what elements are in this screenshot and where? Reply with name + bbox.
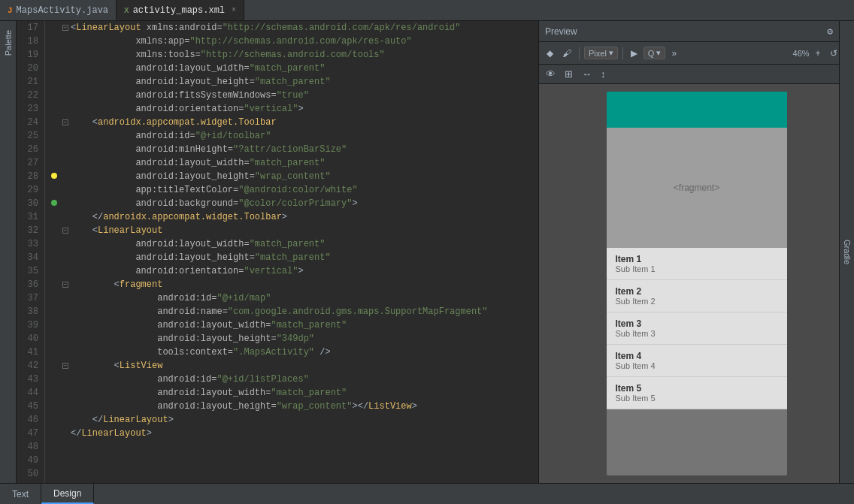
settings-icon[interactable]: ⚙: [825, 25, 834, 38]
code-line: android:orientation="vertical">: [51, 102, 538, 116]
indent: [71, 170, 135, 183]
list-item-sub: Sub Item 3: [616, 329, 778, 338]
list-item-title: Item 4: [616, 351, 778, 361]
pixel-chevron: ▾: [609, 48, 613, 58]
line-number: 38: [17, 305, 44, 318]
tab-java-label: MapsActivity.java: [17, 5, 108, 16]
code-token: app:titleTextColor=: [135, 183, 238, 197]
line-number: 21: [17, 75, 44, 89]
indent: [71, 413, 92, 427]
code-token: "wrap_content": [277, 400, 353, 413]
code-token: "match_parent": [250, 237, 326, 251]
list-item-title: Item 3: [616, 318, 778, 329]
breakpoint-area: [51, 170, 60, 183]
code-token: "match_parent": [255, 75, 331, 89]
fold-icon[interactable]: −: [62, 282, 68, 288]
code-token: xmlns:tools=: [135, 48, 200, 62]
arrow-h-btn[interactable]: ↔: [580, 68, 594, 80]
code-token: android:id=: [135, 129, 195, 143]
line-number: 42: [17, 359, 44, 373]
line-number: 29: [17, 183, 44, 197]
code-token: android:fitsSystemWindows=: [135, 89, 276, 102]
code-token: />: [314, 346, 331, 359]
code-line: android:layout_width="match_parent": [51, 62, 538, 75]
list-item-sub: Sub Item 5: [616, 394, 778, 403]
line-number: 44: [17, 386, 44, 400]
sep1: [579, 47, 580, 59]
indent: [71, 305, 157, 318]
design-mode-btn[interactable]: ◆: [544, 47, 556, 60]
refresh-btn[interactable]: ↺: [827, 47, 840, 60]
pixel-label: Pixel: [589, 49, 607, 58]
tab-xml-close[interactable]: ×: [232, 6, 236, 14]
line-number: 35: [17, 264, 44, 278]
code-line: </androidx.appcompat.widget.Toolbar>: [51, 210, 538, 224]
indent: [71, 129, 135, 143]
zoom-in-btn[interactable]: +: [813, 47, 824, 60]
preview-area[interactable]: <fragment> Item 1Sub Item 1Item 2Sub Ite…: [539, 84, 854, 483]
main-content: Palette 17181920212223242526272829303132…: [0, 21, 854, 483]
indent: [71, 318, 157, 332]
more-btn[interactable]: »: [668, 47, 680, 60]
code-token: </: [92, 210, 103, 224]
q-dropdown[interactable]: Q ▾: [644, 47, 666, 59]
fold-icon[interactable]: −: [62, 363, 68, 369]
line-number: 24: [17, 116, 44, 129]
line-number: 50: [17, 467, 44, 481]
preview-fragment: <fragment>: [607, 128, 787, 248]
pixel-dropdown[interactable]: Pixel ▾: [584, 47, 618, 59]
tab-design[interactable]: Design: [41, 484, 94, 504]
code-token: android:minHeight=: [135, 143, 233, 156]
line-number: 20: [17, 62, 44, 75]
line-number: 33: [17, 237, 44, 251]
tab-java[interactable]: J MapsActivity.java: [0, 0, 117, 20]
eye-btn[interactable]: 👁: [544, 68, 558, 80]
preview-toolbar1: ◆ 🖌 Pixel ▾ ▶ Q ▾ » 46% + ↺ ⚠: [539, 42, 854, 65]
fold-gutter: −: [60, 25, 71, 31]
code-line: − <fragment: [51, 278, 538, 291]
code-token: xmlns:android=: [141, 21, 223, 35]
code-line: android:layout_height="349dp": [51, 332, 538, 346]
brush-btn[interactable]: 🖌: [559, 47, 574, 60]
fold-icon[interactable]: −: [62, 119, 68, 125]
grid-btn[interactable]: ⊞: [562, 68, 575, 80]
line-number: 41: [17, 346, 44, 359]
indent: [71, 291, 157, 305]
line-number: 32: [17, 224, 44, 237]
list-item: Item 5Sub Item 5: [607, 377, 787, 409]
code-line: android:layout_width="match_parent": [51, 237, 538, 251]
palette-label[interactable]: Palette: [4, 30, 13, 56]
code-token: android:layout_width=: [157, 318, 271, 332]
tab-xml[interactable]: X activity_maps.xml ×: [117, 0, 244, 20]
line-number: 46: [17, 413, 44, 427]
preview-list: Item 1Sub Item 1Item 2Sub Item 2Item 3Su…: [607, 248, 787, 409]
code-token: android:orientation=: [135, 264, 244, 278]
tab-text[interactable]: Text: [0, 484, 41, 504]
code-line: android:layout_height="wrap_content": [51, 170, 538, 183]
list-item: Item 4Sub Item 4: [607, 345, 787, 377]
code-token: android:layout_height=: [157, 400, 276, 413]
code-token: ListView: [120, 359, 163, 373]
fold-icon[interactable]: −: [62, 25, 68, 31]
tab-xml-label: activity_maps.xml: [133, 5, 225, 16]
code-token: </: [92, 413, 103, 427]
code-token: "@android:color/white": [238, 183, 357, 197]
preview-app-toolbar: [607, 92, 787, 128]
gradle-tab[interactable]: Gradle: [839, 21, 854, 483]
code-token: "wrap_content": [255, 170, 331, 183]
indent: [71, 48, 135, 62]
fold-icon[interactable]: −: [62, 228, 68, 234]
indent: [71, 62, 135, 75]
code-token: >: [352, 197, 357, 210]
code-editor[interactable]: 1718192021222324252627282930313233343536…: [17, 21, 538, 483]
code-token: "http://schemas.android.com/apk/res/andr…: [223, 21, 461, 35]
arrow-v-btn[interactable]: ↕: [598, 68, 608, 80]
code-line: −<LinearLayout xmlns:android="http://sch…: [51, 21, 538, 35]
code-token: </: [71, 427, 81, 440]
code-token: androidx.appcompat.widget.Toolbar: [98, 116, 277, 129]
q-label: Q: [648, 49, 655, 58]
run-btn[interactable]: ▶: [628, 47, 640, 60]
indent: [71, 116, 92, 129]
code-token: <: [92, 224, 98, 237]
fold-gutter: −: [60, 119, 71, 125]
